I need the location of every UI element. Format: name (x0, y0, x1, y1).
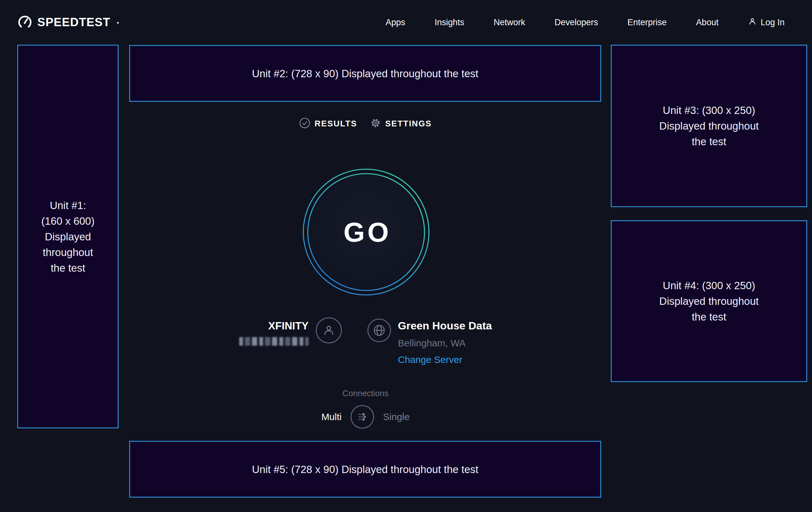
ad-unit-4[interactable]: Unit #4: (300 x 250) Displayed throughou… (611, 220, 807, 382)
tab-results-label: RESULTS (315, 119, 357, 129)
speedtest-gauge-icon (18, 15, 32, 30)
ip-address-redacted (239, 337, 309, 346)
tab-results[interactable]: RESULTS (299, 117, 357, 130)
user-icon (316, 317, 342, 344)
ad-unit-3[interactable]: Unit #3: (300 x 250) Displayed throughou… (611, 45, 807, 207)
provider-row: XFINITY Green House Data Bellingham, WA … (121, 316, 610, 365)
go-button-label: GO (302, 168, 430, 296)
ad-unit-5-label: Unit #5: (728 x 90) Displayed throughout… (252, 462, 478, 477)
ad-unit-2-label: Unit #2: (728 x 90) Displayed throughout… (252, 66, 478, 81)
multi-connection-toggle-icon[interactable] (350, 405, 374, 429)
tabs-row: RESULTS SETTINGS (121, 117, 610, 130)
ad-unit-5[interactable]: Unit #5: (728 x 90) Displayed throughout… (129, 441, 601, 497)
connections-single-option[interactable]: Single (383, 411, 409, 422)
nav-login[interactable]: Log In (748, 17, 785, 28)
check-circle-icon (299, 117, 310, 130)
nav-item-insights[interactable]: Insights (435, 18, 464, 27)
tab-settings-label: SETTINGS (385, 119, 432, 129)
isp-name: XFINITY (239, 320, 309, 332)
change-server-link[interactable]: Change Server (398, 354, 492, 365)
tab-settings[interactable]: SETTINGS (370, 117, 432, 130)
nav-item-about[interactable]: About (696, 18, 719, 27)
logo-text: SPEEDTEST (37, 16, 110, 29)
trademark-mark (117, 22, 119, 24)
connections-multi-option[interactable]: Multi (321, 411, 342, 422)
nav-item-developers[interactable]: Developers (555, 18, 598, 27)
connections-label: Connections (121, 388, 610, 398)
go-button[interactable]: GO (302, 168, 430, 296)
server-name: Green House Data (398, 320, 492, 332)
server-info: Green House Data Bellingham, WA Change S… (368, 316, 492, 365)
person-icon (748, 17, 757, 28)
top-nav: SPEEDTEST Apps Insights Network Develope… (0, 0, 812, 45)
ad-unit-1-label: Unit #1: (160 x 600) Displayed throughou… (41, 197, 95, 276)
ad-unit-2[interactable]: Unit #2: (728 x 90) Displayed throughout… (129, 45, 601, 102)
globe-icon (368, 319, 391, 342)
server-location: Bellingham, WA (398, 338, 492, 349)
speedtest-logo[interactable]: SPEEDTEST (18, 15, 119, 30)
gear-icon (370, 117, 381, 130)
nav-item-apps[interactable]: Apps (385, 18, 405, 27)
ad-unit-3-label: Unit #3: (300 x 250) Displayed throughou… (659, 103, 759, 150)
connections-section: Connections Multi Single (121, 388, 610, 429)
isp-info: XFINITY (239, 316, 342, 346)
ad-unit-4-label: Unit #4: (300 x 250) Displayed throughou… (659, 278, 759, 325)
ad-unit-1[interactable]: Unit #1: (160 x 600) Displayed throughou… (17, 45, 119, 428)
nav-item-network[interactable]: Network (494, 18, 525, 27)
nav-item-enterprise[interactable]: Enterprise (627, 18, 667, 27)
nav-login-label: Log In (761, 18, 785, 27)
nav-menu: Apps Insights Network Developers Enterpr… (385, 17, 785, 28)
